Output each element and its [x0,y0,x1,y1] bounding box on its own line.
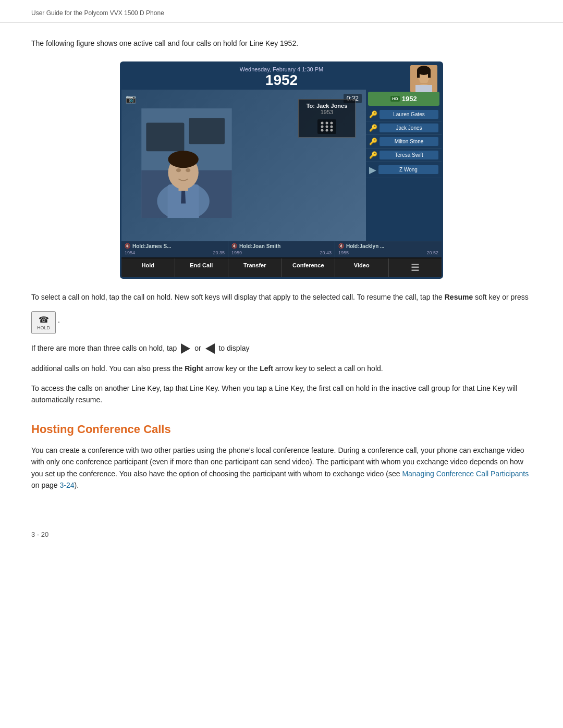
svg-rect-5 [417,70,420,78]
svg-point-16 [168,151,198,168]
softkey-transfer[interactable]: Transfer [228,258,282,277]
contact-name-3[interactable]: Teresa Swift [380,151,438,159]
avatar-image [410,65,437,92]
softkeys-bar: Hold End Call Transfer Conference Video … [121,257,442,277]
video-overlay-box: To: Jack Jones 1953 [298,99,356,138]
phone-body: 📷 0:32 [121,90,442,241]
phone-screenshot: Wednesday, February 4 1:30 PM 1952 [120,61,443,279]
svg-rect-19 [178,183,188,191]
hold-call-num-1: 1959 [231,250,242,255]
hold-btn-phone-icon: ☎ [39,315,49,325]
hold-btn-text: HOLD [37,325,50,330]
softkey-video[interactable]: Video [335,258,389,277]
svg-point-29 [331,129,333,131]
left-arrow-icon [205,343,215,354]
svg-point-17 [176,168,181,172]
page-number: 3 - 20 [31,530,48,538]
softkey-conference[interactable]: Conference [282,258,336,277]
hold-call-num-2: 1955 [338,250,349,255]
body-paragraph-4: To access the calls on another Line Key,… [31,382,532,406]
sidebar-active-line[interactable]: HD 1952 [368,92,439,106]
hold-call-1[interactable]: 🔇 Hold:Joan Smith 1959 20:43 [228,241,335,257]
svg-point-21 [321,121,324,124]
hold-calls-bar: 🔇 Hold:James S... 1954 20:35 🔇 Hold:Joan… [121,241,442,257]
phone-sidebar: HD 1952 🔑 Lauren Gates 🔑 Jack Jones 🔑 Mi… [366,90,442,241]
hd-badge: HD [390,96,400,102]
svg-rect-11 [189,118,225,144]
svg-point-27 [321,129,324,131]
video-area: 📷 0:32 [121,90,366,241]
contact-name-0[interactable]: Lauren Gates [380,110,438,119]
hold-icon-0: 🔇 [125,243,130,249]
body-paragraph-2: If there are more than three calls on ho… [31,342,532,354]
hold-call-name-0: Hold:James S... [132,243,171,249]
hold-call-name-2: Hold:Jacklyn ... [346,243,384,249]
svg-point-25 [326,125,328,128]
hold-icon-2: 🔇 [338,243,344,249]
hold-call-dur-2: 20:52 [426,250,438,255]
sidebar-contact-3[interactable]: 🔑 Teresa Swift [366,149,442,162]
svg-rect-3 [420,75,428,83]
contact-name-1[interactable]: Jack Jones [380,124,438,132]
conference-link[interactable]: Managing Conference Call Participants [402,470,529,478]
hold-call-name-1: Hold:Joan Smith [239,243,280,249]
camera-icon: 📷 [126,94,136,104]
svg-rect-10 [146,122,184,151]
video-person [137,108,236,218]
hold-call-0[interactable]: 🔇 Hold:James S... 1954 20:35 [121,241,228,257]
softkey-menu[interactable]: ☰ [389,258,442,277]
hold-call-dur-0: 20:35 [213,250,225,255]
phone-topbar: Wednesday, February 4 1:30 PM 1952 [121,63,442,90]
svg-rect-6 [428,70,431,78]
hold-call-num-0: 1954 [125,250,135,255]
sidebar-nav-arrow[interactable]: ▶ [369,164,376,176]
svg-point-18 [186,168,190,172]
hold-call-dur-1: 20:43 [320,250,332,255]
page-ref-link[interactable]: 3-24 [60,481,75,489]
phone-icon-3: 🔑 [369,151,377,159]
svg-point-23 [331,121,333,124]
hold-call-2[interactable]: 🔇 Hold:Jacklyn ... 1955 20:52 [335,241,442,257]
hold-icon-1: 🔇 [231,243,237,249]
contact-name-2[interactable]: Milton Stone [380,137,438,146]
sidebar-contact-2[interactable]: 🔑 Milton Stone [366,135,442,149]
svg-point-26 [331,125,333,128]
svg-point-28 [326,129,328,131]
body-paragraph-1: To select a call on hold, tap the call o… [31,291,532,303]
phone-line-number: 1952 [121,72,442,89]
keypad-icon [317,119,336,134]
svg-point-24 [321,125,324,128]
phone-icon-2: 🔑 [369,138,377,145]
phone-icon-1: 🔑 [369,124,377,132]
active-call-number: 1953 [302,109,352,115]
avatar [410,65,437,92]
body-paragraph-3: additional calls on hold. You can also p… [31,363,532,374]
section-heading: Hosting Conference Calls [31,423,532,436]
page-footer: 3 - 20 [0,515,563,544]
sidebar-contact-0[interactable]: 🔑 Lauren Gates [366,108,442,121]
section-body-paragraph: You can create a conference with two oth… [31,445,532,491]
header-text: User Guide for the Polycom VVX 1500 D Ph… [31,9,164,17]
contact-name-4[interactable]: Z Wong [378,165,438,174]
svg-rect-7 [415,85,432,92]
softkey-endcall[interactable]: End Call [175,258,229,277]
active-call-to: To: Jack Jones [302,103,352,109]
hold-button-illustration: ☎ HOLD [31,311,56,334]
phone-icon-0: 🔑 [369,110,377,118]
svg-point-22 [326,121,328,124]
sidebar-contact-4: ▶ Z Wong [366,162,442,178]
page-content: The following figure shows one active ca… [0,22,563,515]
softkey-hold[interactable]: Hold [121,258,175,277]
intro-paragraph: The following figure shows one active ca… [31,38,532,49]
sidebar-contact-1[interactable]: 🔑 Jack Jones [366,121,442,135]
page-header: User Guide for the Polycom VVX 1500 D Ph… [0,0,563,22]
right-arrow-icon [181,343,190,354]
